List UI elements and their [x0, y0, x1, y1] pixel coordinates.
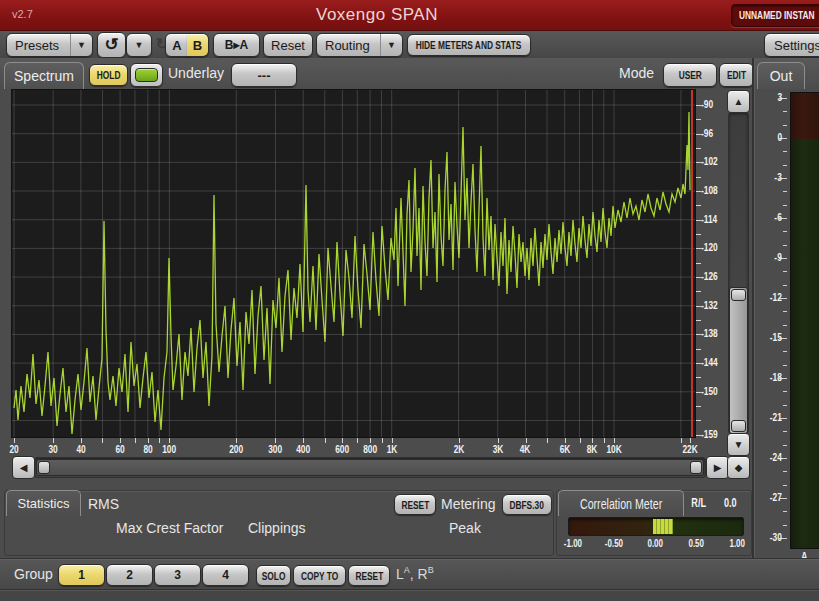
correlation-scale-label: 0.00 — [635, 537, 675, 549]
db-tick — [696, 119, 701, 120]
spectrum-plot[interactable] — [12, 90, 695, 437]
db-tick-label: -144 — [701, 356, 731, 368]
out-minor-tick — [783, 458, 787, 459]
out-scale-label: 0 — [756, 131, 782, 143]
b-to-a-copy-button[interactable]: B▸A — [213, 33, 260, 57]
freq-tick-label: 20 — [0, 443, 34, 455]
channel-group-assignment: LA, RB — [396, 565, 434, 582]
out-minor-tick — [783, 205, 787, 206]
freq-tick-label: 200 — [216, 443, 256, 455]
freq-tick-label: 4K — [506, 443, 546, 455]
horizontal-scrollbar-track[interactable] — [34, 457, 706, 478]
reset-button[interactable]: Reset — [263, 33, 313, 57]
group-4-button[interactable]: 4 — [202, 564, 249, 586]
group-1-button[interactable]: 1 — [58, 564, 105, 586]
out-minor-tick — [783, 218, 787, 219]
freq-tick-label: 22K — [670, 443, 710, 455]
copy-to-button[interactable]: COPY TO — [293, 565, 346, 586]
dropdown-arrow-icon: ▼ — [135, 40, 144, 50]
routing-button[interactable]: Routing ▼ — [316, 33, 403, 57]
out-scale-label: -21 — [756, 411, 782, 423]
db-tick — [696, 234, 701, 235]
thumb-grip-left — [38, 461, 50, 474]
metering-mode-button[interactable]: DBFS.30 — [502, 494, 552, 515]
out-minor-tick — [783, 231, 787, 232]
hide-meters-button[interactable]: HIDE METERS AND STATS — [407, 34, 531, 56]
undo-button[interactable]: ↺ — [97, 32, 126, 58]
tab-out[interactable]: Out — [757, 62, 805, 89]
correlation-channel-label: R/L — [689, 496, 708, 510]
out-minor-tick — [783, 245, 787, 246]
out-minor-tick — [783, 111, 787, 112]
db-tick-label: -126 — [701, 270, 731, 282]
presets-button[interactable]: Presets ▼ — [6, 33, 93, 57]
ab-compare-a-button[interactable]: A — [165, 33, 189, 57]
group-3-button[interactable]: 3 — [154, 564, 201, 586]
stats-reset-button[interactable]: RESET — [394, 494, 436, 515]
group-2-button[interactable]: 2 — [106, 564, 153, 586]
freq-tick-label: 1K — [372, 443, 412, 455]
correlation-value: 0.0 — [722, 496, 739, 510]
db-tick — [696, 263, 701, 264]
correlation-meter-bar — [568, 517, 744, 536]
db-tick-label: -150 — [701, 385, 731, 397]
out-minor-tick — [783, 351, 787, 352]
ab-compare-b-button[interactable]: B — [187, 33, 209, 57]
tab-correlation-meter[interactable]: Correlation Meter — [558, 490, 684, 516]
vertical-scrollbar-thumb[interactable] — [729, 287, 748, 434]
toolbar: Presets ▼ ↺ ▼ ↻ A B B▸A Reset Routing ▼ … — [0, 31, 819, 59]
out-scale-label: -3 — [756, 171, 782, 183]
out-minor-tick — [783, 418, 787, 419]
scroll-right-button[interactable]: ▶ — [706, 456, 729, 479]
zoom-reset-button[interactable]: ◆ — [727, 456, 750, 479]
green-led-icon — [135, 68, 158, 82]
group-reset-button[interactable]: RESET — [348, 565, 390, 586]
out-minor-tick — [783, 191, 787, 192]
routing-dropdown-arrow-icon[interactable]: ▼ — [380, 34, 402, 56]
db-tick — [696, 205, 701, 206]
group-label: Group — [14, 566, 53, 582]
down-arrow-icon: ▼ — [734, 439, 744, 450]
scroll-left-button[interactable]: ◀ — [12, 456, 35, 479]
underlay-label: Underlay — [168, 65, 224, 81]
out-minor-tick — [783, 125, 787, 126]
rms-label: RMS — [88, 496, 119, 512]
spectrum-enable-toggle[interactable] — [130, 63, 163, 87]
out-scale-label: -18 — [756, 371, 782, 383]
out-minor-tick — [783, 471, 787, 472]
mode-user-button[interactable]: USER — [663, 63, 717, 87]
out-minor-tick — [783, 298, 787, 299]
undo-icon: ↺ — [104, 34, 118, 55]
hold-button[interactable]: HOLD — [89, 64, 128, 86]
underlay-select-button[interactable]: --- — [231, 63, 297, 87]
out-scale-label: -9 — [756, 251, 782, 263]
out-scale-label: -24 — [756, 451, 782, 463]
db-tick-label: -96 — [701, 127, 731, 139]
settings-button[interactable]: Settings — [764, 33, 819, 57]
db-tick — [696, 177, 701, 178]
out-minor-tick — [783, 338, 787, 339]
db-tick-label: -108 — [701, 184, 731, 196]
solo-button[interactable]: SOLO — [256, 565, 291, 586]
mode-edit-button[interactable]: EDIT — [719, 63, 754, 87]
instance-name-button[interactable]: UNNAMED INSTAN — [731, 4, 819, 27]
horizontal-scrollbar-thumb[interactable] — [36, 459, 704, 476]
out-scale-label: -12 — [756, 291, 782, 303]
tab-statistics[interactable]: Statistics — [6, 490, 81, 516]
presets-dropdown-arrow-icon[interactable]: ▼ — [70, 34, 92, 56]
thumb-grip-bottom — [731, 420, 746, 432]
thumb-grip-right — [690, 461, 702, 474]
scroll-down-button[interactable]: ▼ — [727, 433, 750, 456]
out-scale-label: 3 — [756, 91, 782, 103]
out-scale-label: -30 — [756, 531, 782, 543]
scroll-up-button[interactable]: ▲ — [727, 90, 750, 113]
db-tick — [696, 406, 701, 407]
out-level-meter — [790, 92, 819, 549]
history-dropdown-button[interactable]: ▼ — [126, 33, 152, 57]
out-minor-tick — [783, 258, 787, 259]
out-minor-tick — [783, 498, 787, 499]
up-arrow-icon: ▲ — [734, 96, 744, 107]
out-scale-label: -15 — [756, 331, 782, 343]
spectrum-graph — [12, 90, 695, 437]
tab-spectrum[interactable]: Spectrum — [4, 62, 84, 89]
